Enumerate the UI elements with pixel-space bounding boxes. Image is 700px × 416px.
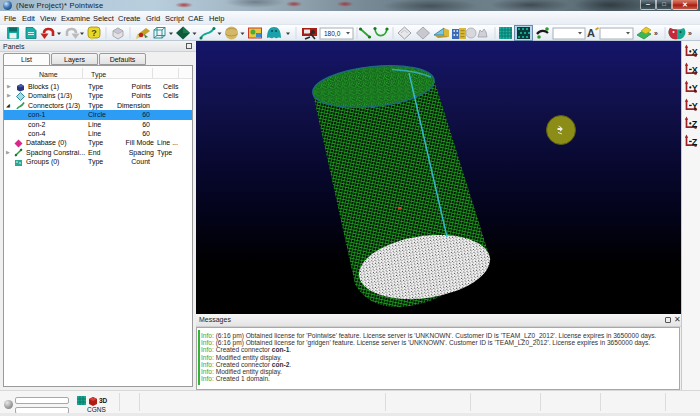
svg-text:180,0: 180,0 (324, 30, 341, 37)
svg-text:?: ? (91, 28, 97, 38)
svg-text:A: A (587, 27, 595, 39)
svg-text:X: X (692, 47, 698, 57)
svg-text:Y: Y (692, 101, 698, 111)
svg-text:X: X (692, 65, 698, 75)
svg-text:Z: Z (692, 119, 698, 129)
svg-text:Y: Y (692, 83, 698, 93)
svg-text:»: » (654, 30, 658, 37)
svg-text:»: » (688, 30, 692, 37)
svg-text:Z: Z (692, 137, 698, 147)
